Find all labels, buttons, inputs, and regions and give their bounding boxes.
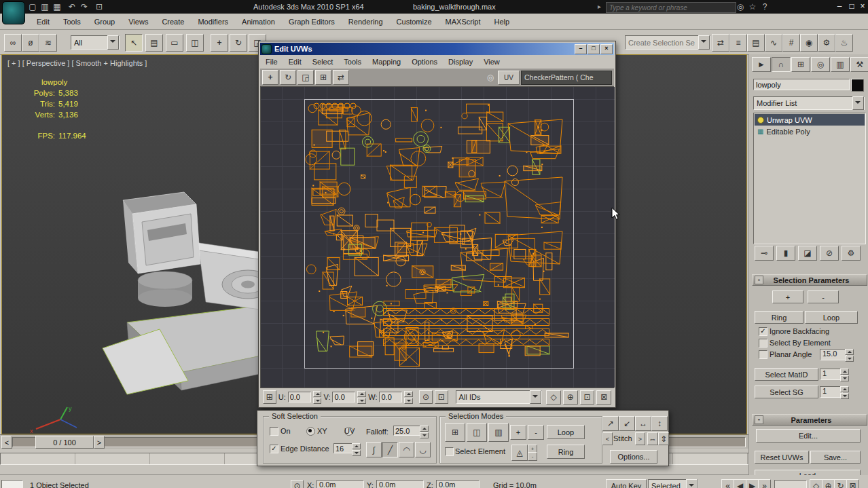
uvw-menu-mapping[interactable]: Mapping [367,55,406,69]
uvw-menu-select[interactable]: Select [307,55,339,69]
maxscript-mini-listener[interactable] [1,480,23,488]
planar-angle-checkbox[interactable] [759,350,767,359]
stitch-vertical-icon[interactable]: ⇕ [658,432,669,445]
w-spinner[interactable] [404,391,413,404]
previous-key-icon[interactable]: ◀ [734,479,746,488]
menu-animation[interactable]: Animation [235,14,282,29]
current-frame-field[interactable] [774,480,807,488]
select-sg-button[interactable]: Select SG [755,386,818,398]
falloff-slow-curve-icon[interactable]: ◠ [399,442,414,457]
tab-motion-icon[interactable]: ◎ [811,57,830,72]
object-color-swatch[interactable] [851,79,864,92]
material-editor-icon[interactable]: ◉ [800,34,818,52]
paint-select-shrink-icon[interactable]: - [528,452,537,461]
vertex-mode-icon[interactable]: ⊞ [445,423,465,442]
make-unique-icon[interactable]: ◪ [798,246,817,261]
named-selection-sets-arrow-icon[interactable] [698,35,710,50]
select-object-icon[interactable]: ↖ [125,34,143,52]
absolute-offset-toggle-icon[interactable]: ⊡ [435,390,448,404]
uv-rotate-icon[interactable]: ↻ [280,70,296,85]
xy-radio[interactable] [306,427,315,436]
falloff-spinner[interactable] [420,426,429,438]
w-coordinate-field[interactable] [379,392,402,402]
mirror-icon[interactable]: ⇄ [712,34,729,52]
previous-frame-button[interactable]: < [1,436,12,449]
falloff-fast-curve-icon[interactable]: ◡ [415,442,431,457]
tab-create-icon[interactable]: ► [752,57,771,72]
grow-uv-selection-button[interactable]: + [510,425,526,440]
rotate-minus-90-icon[interactable]: ↙ [619,416,635,431]
sg-field[interactable]: 1 [820,386,843,398]
stitch-prev-icon[interactable]: < [602,432,613,445]
time-slider-handle[interactable]: 0 / 100 [35,436,94,449]
planar-angle-spinner[interactable] [845,349,854,362]
modifier-enabled-bulb-icon[interactable] [757,117,764,124]
zoom-view-icon[interactable]: ⊕ [822,479,835,488]
align-vertical-icon[interactable]: ↕ [651,416,668,431]
zoom-region-icon[interactable]: ⊠ [596,390,611,405]
uvw-menu-view[interactable]: View [478,55,505,69]
remove-modifier-icon[interactable]: ⊘ [820,246,839,261]
uvw-menu-tools[interactable]: Tools [338,55,367,69]
tab-display-icon[interactable]: ▥ [831,57,850,72]
bind-to-spacewarp-icon[interactable]: ≋ [39,34,57,52]
open-file-icon[interactable]: ▥ [39,1,50,12]
select-and-move-icon[interactable]: + [211,34,228,52]
stitch-horizontal-icon[interactable]: ⇔ [647,432,658,445]
select-by-element-checkbox[interactable] [759,339,767,348]
zoom-selected-icon[interactable]: ⊡ [580,390,595,405]
show-map-icon[interactable]: ◎ [484,71,496,83]
object-name-field[interactable] [753,79,850,90]
sg-spinner[interactable] [840,386,849,399]
curve-editor-icon[interactable]: ∿ [765,34,782,52]
search-arrow-icon[interactable]: ▸ [598,3,601,10]
menu-maxscript[interactable]: MAXScript [439,14,488,29]
uvw-menu-display[interactable]: Display [443,55,478,69]
uv-freeform-icon[interactable]: ⊞ [315,70,331,85]
communication-center-icon[interactable]: ◎ [735,1,746,12]
schematic-view-icon[interactable]: # [782,34,800,52]
dialog-close-icon[interactable]: × [600,44,613,54]
unlink-selection-icon[interactable]: ø [22,34,39,52]
menu-views[interactable]: Views [122,14,155,29]
new-scene-icon[interactable]: ▢ [27,1,38,12]
face-mode-icon[interactable]: ▥ [488,423,509,442]
render-production-icon[interactable]: ♨ [835,34,853,52]
matid-field[interactable]: 1 [820,369,843,380]
close-window-icon[interactable]: × [857,1,868,12]
uv-move-icon[interactable]: + [262,70,278,85]
falloff-linear-curve-icon[interactable]: ╱ [382,442,398,457]
coord-y-field[interactable]: 0.0m [376,480,424,488]
shrink-uv-selection-button[interactable]: - [528,425,544,440]
align-icon[interactable]: ≡ [729,34,747,52]
shrink-selection-button[interactable]: - [808,290,839,303]
configure-modifier-sets-icon[interactable]: ⚙ [842,246,861,261]
uv-channel-dropdown[interactable]: UV [498,71,520,85]
help-search-input[interactable] [606,2,736,13]
pan-icon[interactable]: ◇ [546,390,561,405]
reset-uvws-button[interactable]: Reset UVWs [755,451,809,464]
u-coordinate-field[interactable] [288,392,311,402]
window-crossing-icon[interactable]: ◫ [186,34,204,52]
edge-mode-icon[interactable]: ◫ [467,423,487,442]
3dsmax-logo-icon[interactable] [2,1,25,24]
paint-select-icon[interactable]: ◬ [511,445,528,461]
menu-help[interactable]: Help [488,14,517,29]
material-id-dropdown[interactable]: All IDs [456,390,543,404]
lock-selected-vertices-icon[interactable]: ⊙ [419,390,433,404]
menu-modifiers[interactable]: Modifiers [191,14,235,29]
pan-view-icon[interactable]: ◇ [810,479,822,488]
menu-edit[interactable]: Edit [30,14,56,29]
uv-editor-canvas[interactable] [261,87,615,388]
select-element-checkbox[interactable] [445,447,454,456]
options-button[interactable]: Options... [610,450,657,464]
minimize-window-icon[interactable]: – [834,1,845,12]
selection-lock-icon[interactable]: ⊙ [291,480,304,488]
uv-mirror-icon[interactable]: ⇄ [333,70,349,85]
uv-ring-button[interactable]: Ring [547,445,585,459]
menu-graph-editors[interactable]: Graph Editors [282,14,342,29]
uv-scale-icon[interactable]: ◲ [297,70,314,85]
matid-spinner[interactable] [840,369,849,381]
uvw-menu-options[interactable]: Options [406,55,443,69]
go-to-end-icon[interactable]: » [758,479,771,488]
